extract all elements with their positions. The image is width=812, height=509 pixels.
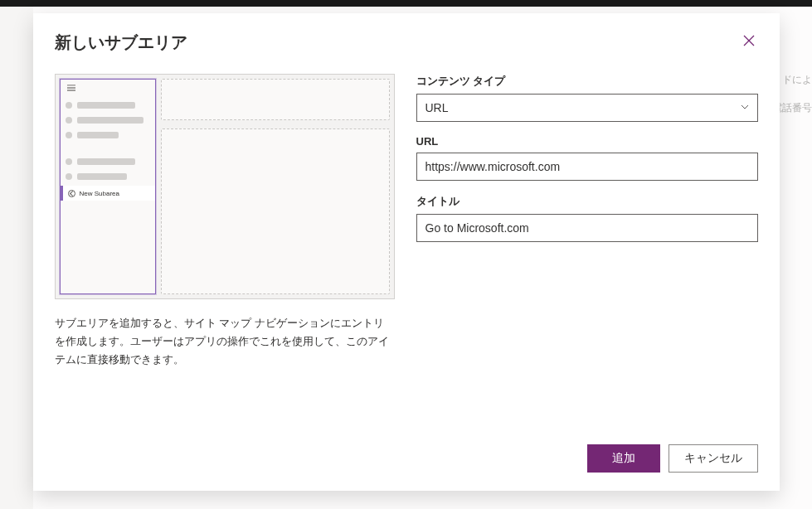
preview-nav-item <box>66 171 150 182</box>
preview-main <box>161 79 390 294</box>
preview-placeholder-top <box>161 79 390 120</box>
help-text: サブエリアを追加すると、サイト マップ ナビゲーションにエントリを作成します。ユ… <box>55 314 395 369</box>
content-type-select[interactable]: URL <box>416 94 758 122</box>
title-label: タイトル <box>416 194 758 209</box>
close-button[interactable] <box>740 32 758 51</box>
globe-icon <box>68 190 75 197</box>
preview-subarea-label: New Subarea <box>80 190 119 197</box>
title-group: タイトル <box>416 194 758 242</box>
content-type-group: コンテンツ タイプ URL <box>416 74 758 122</box>
preview-nav-item <box>66 114 150 126</box>
preview-placeholder-bottom <box>161 128 390 294</box>
dialog-title: 新しいサブエリア <box>55 32 187 54</box>
right-column: コンテンツ タイプ URL URL タイトル <box>416 74 758 429</box>
url-group: URL <box>416 135 758 181</box>
dialog-body: New Subarea サブエリアを追加すると、サイト マップ ナビゲーションに… <box>33 65 780 429</box>
add-button[interactable]: 追加 <box>587 444 660 473</box>
preview-new-subarea: New Subarea <box>61 186 155 201</box>
hamburger-icon <box>67 85 75 91</box>
title-input[interactable] <box>416 214 758 242</box>
preview-nav-item <box>66 129 150 141</box>
preview-illustration: New Subarea <box>55 74 395 299</box>
new-subarea-dialog: 新しいサブエリア <box>33 13 780 491</box>
preview-nav-item <box>66 99 150 111</box>
modal-overlay: 新しいサブエリア <box>0 7 812 509</box>
preview-nav-item <box>66 156 150 167</box>
left-column: New Subarea サブエリアを追加すると、サイト マップ ナビゲーションに… <box>55 74 395 429</box>
close-icon <box>743 35 755 46</box>
cancel-button[interactable]: キャンセル <box>669 444 758 473</box>
url-label: URL <box>416 135 758 148</box>
content-type-label: コンテンツ タイプ <box>416 74 758 89</box>
preview-sidebar: New Subarea <box>60 79 156 294</box>
url-input[interactable] <box>416 153 758 181</box>
dialog-header: 新しいサブエリア <box>33 13 780 65</box>
dialog-footer: 追加 キャンセル <box>33 429 780 491</box>
